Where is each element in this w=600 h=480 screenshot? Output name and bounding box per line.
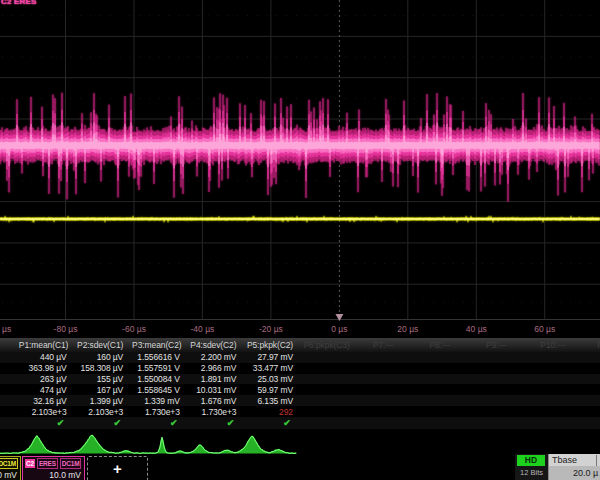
param-value: 440 µV	[10, 352, 67, 362]
channel-descriptor-c2[interactable]: C2 ERES DC1M 10.0 mV	[22, 456, 85, 480]
svg-text:-100 µs: -100 µs	[0, 324, 11, 334]
param-value: 1.550084 V	[123, 374, 180, 384]
param-header-2[interactable]: P2:sdev(C1)	[70, 340, 130, 350]
hd-panel: HD 12 Bits	[515, 454, 548, 480]
svg-text:-60 µs: -60 µs	[122, 324, 146, 334]
param-value: 1.891 mV	[179, 374, 236, 384]
param-value: 25.03 mV	[236, 374, 293, 384]
c2-eres-badge: ERES	[37, 458, 58, 469]
param-value: 32.16 µV	[10, 396, 67, 406]
svg-text:-80 µs: -80 µs	[54, 324, 78, 334]
c2-volts-per-div: 10.0 mV	[49, 470, 81, 480]
param-status-check: ✔	[222, 418, 238, 428]
param-value: 27.97 mV	[236, 352, 293, 362]
param-header-7[interactable]: P7:---	[353, 340, 413, 350]
svg-text:-20 µs: -20 µs	[259, 324, 283, 334]
hd-bits-label: 12 Bits	[515, 468, 548, 477]
param-value: 1.730e+3	[179, 407, 236, 417]
hd-badge: HD	[517, 455, 545, 466]
oscilloscope-screen: -100 µs-80 µs-60 µs-40 µs-20 µs0 µs20 µs…	[0, 0, 600, 480]
param-value: 292	[236, 407, 293, 417]
param-value: 33.477 mV	[236, 363, 293, 373]
svg-text:20 µs: 20 µs	[397, 324, 418, 334]
param-value: 10.031 mV	[179, 385, 236, 395]
svg-text:0 µs: 0 µs	[331, 324, 347, 334]
svg-text:-40 µs: -40 µs	[191, 324, 215, 334]
timebase-value: 20.0 µ	[573, 468, 598, 478]
c1-volts-per-div: 10.0 mV	[0, 470, 17, 480]
histogram-trace	[0, 433, 600, 458]
grid-background	[0, 0, 600, 338]
table-row-stripe	[0, 417, 600, 429]
waveform-grid: -100 µs-80 µs-60 µs-40 µs-20 µs0 µs20 µs…	[0, 0, 600, 338]
param-value: 1.339 mV	[123, 396, 180, 406]
param-value: 158.308 µV	[66, 363, 123, 373]
param-value: 263 µV	[10, 374, 67, 384]
param-header-1[interactable]: P1:mean(C1)	[14, 340, 74, 350]
param-value: 2.966 mV	[179, 363, 236, 373]
param-value: 1.676 mV	[179, 396, 236, 406]
param-status-check: ✔	[109, 418, 125, 428]
param-value: 6.135 mV	[236, 396, 293, 406]
c2-coupling-badge: DC1M	[60, 458, 82, 469]
add-trace-button[interactable]: +	[87, 456, 148, 480]
param-status-check: ✔	[166, 418, 182, 428]
param-header-6[interactable]: P6:pkpk(C3)	[297, 340, 357, 350]
param-header-9[interactable]: P9:---	[466, 340, 526, 350]
param-value: 2.103e+3	[10, 407, 67, 417]
param-value: 1.399 µV	[66, 396, 123, 406]
c2-channel-badge: C2	[25, 459, 35, 468]
c1-coupling-badge: DC1M	[0, 458, 18, 469]
timebase-panel: Tbase 20.0 µ	[548, 454, 600, 480]
timebase-descriptor[interactable]: HD 12 Bits Tbase 20.0 µ	[515, 454, 600, 480]
param-value: 160 µV	[66, 352, 123, 362]
param-value: 155 µV	[66, 374, 123, 384]
svg-text:40 µs: 40 µs	[466, 324, 487, 334]
param-header-3[interactable]: P3:mean(C2)	[127, 340, 187, 350]
param-value: 167 µV	[66, 385, 123, 395]
param-value: 2.103e+3	[66, 407, 123, 417]
param-header-4[interactable]: P4:sdev(C2)	[183, 340, 243, 350]
param-value: 1.557591 V	[123, 363, 180, 373]
timebase-title: Tbase	[552, 455, 577, 465]
trace-annotation-label: C2 ERES	[1, 0, 37, 6]
param-value: 474 µV	[10, 385, 67, 395]
trend-trace	[0, 435, 296, 453]
timebase-divider	[596, 455, 597, 466]
param-value: 59.97 mV	[236, 385, 293, 395]
param-value: 1.558645 V	[123, 385, 180, 395]
param-value: 1.556616 V	[123, 352, 180, 362]
param-header-5[interactable]: P5:pkpk(C2)	[240, 340, 300, 350]
measurement-table: P1:mean(C1)440 µV363.98 µV263 µV474 µV32…	[0, 338, 600, 433]
param-header-11[interactable]: P11:---	[580, 340, 600, 350]
param-value: 2.200 mV	[179, 352, 236, 362]
param-header-10[interactable]: P10:---	[523, 340, 583, 350]
svg-text:60 µs: 60 µs	[534, 324, 555, 334]
param-value: 1.730e+3	[123, 407, 180, 417]
param-status-check: ✔	[279, 418, 295, 428]
param-status-check: ✔	[53, 418, 69, 428]
channel-descriptor-c1[interactable]: DC1M 10.0 mV	[0, 456, 21, 480]
param-header-8[interactable]: P8:---	[410, 340, 470, 350]
plus-icon: +	[88, 460, 147, 477]
param-value: 363.98 µV	[10, 363, 67, 373]
